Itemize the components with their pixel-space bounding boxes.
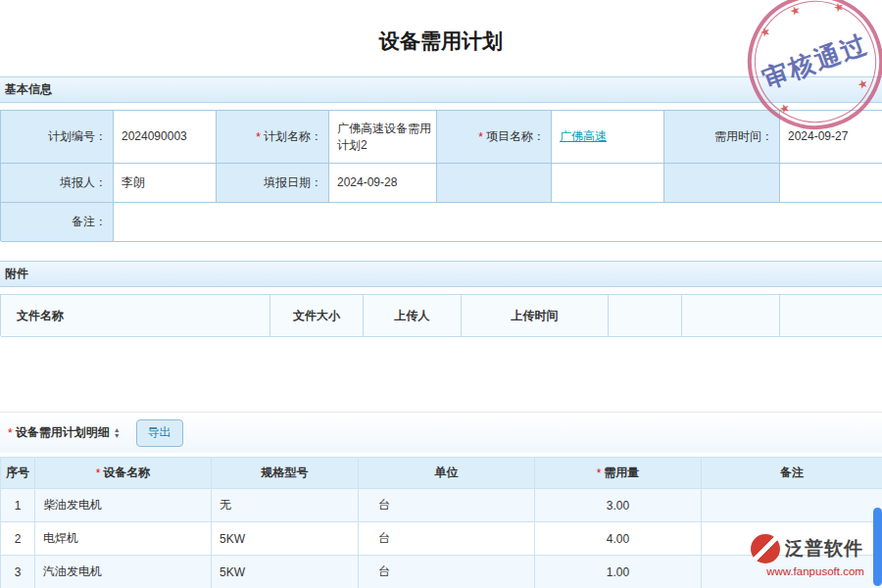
required-mark: *: [478, 130, 483, 144]
brand-website: www.fanpusoft.com: [751, 565, 880, 577]
detail-table: 序号 * 设备名称 规格型号 单位 * 需用量 备注 1 柴油发电机 无 台: [0, 457, 882, 588]
empty-value-cell: [780, 164, 882, 203]
detail-cell-quantity: 1.00: [535, 556, 702, 588]
brand-name: 泛普软件: [785, 536, 863, 562]
star-icon: ★: [832, 0, 847, 16]
detail-cell-quantity: 3.00: [535, 489, 702, 522]
plan-no-value-cell: 2024090003: [114, 111, 217, 164]
page-title: 设备需用计划: [0, 27, 882, 55]
project-name-value-cell: 广佛高速: [552, 111, 664, 164]
required-mark: *: [96, 466, 101, 480]
attachments-header-empty: [682, 295, 780, 337]
fanpu-logo-icon: [751, 534, 780, 564]
empty-value-cell: [552, 164, 664, 203]
section-title: 附件: [5, 266, 28, 282]
detail-header-equipment-name: * 设备名称: [35, 458, 212, 489]
section-header-basic-info: 基本信息: [0, 76, 882, 103]
export-button[interactable]: 导出: [136, 419, 183, 447]
project-link[interactable]: 广佛高速: [560, 128, 607, 144]
equipment-plan-page: 设备需用计划 审核通过 ★ ★ ★ ★ ★ 基本信息 计划编号： 2024090…: [0, 0, 882, 588]
report-date-label-cell: 填报日期：: [217, 164, 329, 203]
detail-header-remark: 备注: [702, 458, 882, 489]
attachments-header-filesize: 文件大小: [270, 295, 364, 337]
sort-down-icon: ▼: [114, 433, 121, 439]
detail-cell-spec: 无: [212, 489, 359, 522]
attachments-header-uploadtime: 上传时间: [462, 295, 609, 337]
detail-cell-unit: 台: [359, 522, 535, 556]
attachments-header-uploader: 上传人: [364, 295, 462, 337]
remark-value-cell: [114, 203, 882, 242]
basic-info-table: 计划编号： 2024090003 * 计划名称： 广佛高速设备需用计划2 * 项…: [0, 110, 882, 241]
detail-cell-spec: 5KW: [212, 522, 359, 556]
detail-cell-seq: 1: [1, 489, 35, 522]
attachments-table: 文件名称 文件大小 上传人 上传时间: [0, 294, 882, 336]
detail-cell-unit: 台: [359, 556, 535, 588]
detail-cell-seq: 3: [1, 556, 35, 588]
detail-header-quantity: * 需用量: [535, 458, 702, 489]
empty-label-cell: [437, 164, 552, 203]
need-time-value-cell: 2024-09-27: [780, 111, 882, 164]
detail-header-unit: 单位: [359, 458, 535, 489]
required-mark: *: [256, 130, 261, 144]
detail-section-bar: * 设备需用计划明细 ▲ ▼ 导出: [0, 412, 882, 453]
detail-cell-seq: 2: [1, 522, 35, 556]
empty-label-cell: [664, 164, 780, 203]
required-mark: *: [8, 426, 13, 440]
need-time-label-cell: 需用时间：: [664, 111, 780, 164]
vertical-scrollbar-thumb[interactable]: [873, 508, 882, 586]
plan-name-value-cell: 广佛高速设备需用计划2: [329, 111, 437, 164]
attachments-header-empty: [609, 295, 682, 337]
sort-icon[interactable]: ▲ ▼: [114, 427, 121, 439]
detail-cell-equipment-name: 柴油发电机: [35, 489, 212, 522]
detail-cell-equipment-name: 汽油发电机: [35, 556, 212, 588]
section-header-attachments: 附件: [0, 261, 882, 287]
detail-cell-spec: 5KW: [212, 556, 359, 588]
footer-brand: 泛普软件 www.fanpusoft.com: [751, 534, 880, 577]
section-title: 基本信息: [5, 81, 52, 98]
project-name-label-cell: * 项目名称：: [437, 111, 552, 164]
reporter-label-cell: 填报人：: [1, 164, 114, 203]
attachments-header-empty: [780, 295, 882, 337]
detail-cell-equipment-name: 电焊机: [35, 522, 212, 556]
report-date-value-cell: 2024-09-28: [329, 164, 437, 203]
detail-cell-unit: 台: [359, 489, 535, 522]
remark-label-cell: 备注：: [1, 203, 114, 242]
plan-no-label-cell: 计划编号：: [1, 111, 114, 164]
detail-cell-remark: [702, 489, 882, 522]
detail-header-seq: 序号: [1, 458, 35, 489]
detail-section-title: 设备需用计划明细: [16, 424, 110, 441]
attachments-header-filename: 文件名称: [1, 295, 270, 337]
plan-name-label-cell: * 计划名称：: [217, 111, 329, 164]
detail-header-spec: 规格型号: [212, 458, 359, 489]
star-icon: ★: [788, 3, 803, 20]
required-mark: *: [597, 466, 602, 480]
reporter-value-cell: 李朗: [114, 164, 217, 203]
detail-cell-quantity: 4.00: [535, 522, 702, 556]
